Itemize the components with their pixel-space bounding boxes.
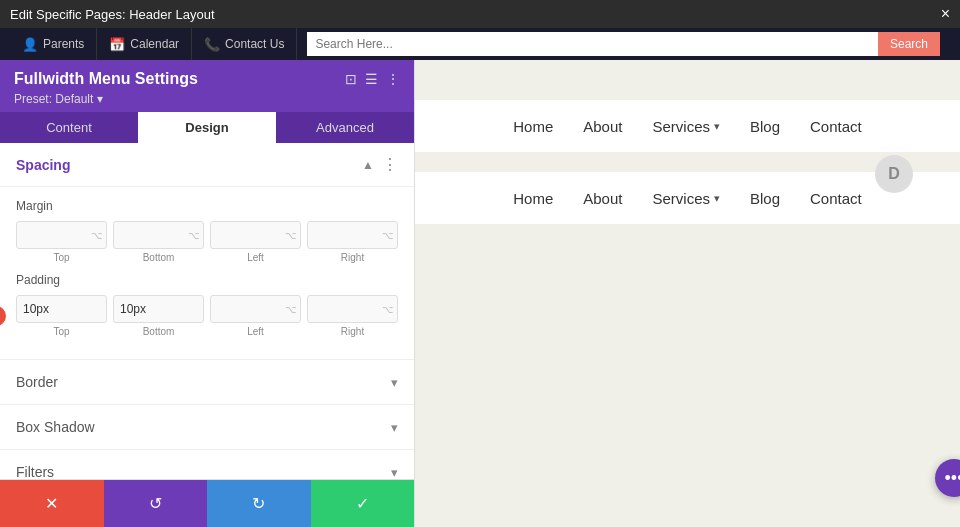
nav-about-2[interactable]: About <box>583 190 622 207</box>
nav-contact-2-label: Contact <box>810 190 862 207</box>
nav-blog-2-label: Blog <box>750 190 780 207</box>
tab-advanced[interactable]: Advanced <box>276 112 414 143</box>
panel-header-icons: ⊡ ☰ ⋮ <box>345 71 400 87</box>
search-bar-area: Search <box>297 32 950 56</box>
padding-left-link-icon: ⌥ <box>285 304 297 315</box>
filters-section-title: Filters <box>16 464 54 479</box>
admin-bar-contact-us[interactable]: 📞 Contact Us <box>192 28 297 60</box>
cancel-button[interactable]: ✕ <box>0 480 104 527</box>
margin-top-label: Top <box>53 252 69 263</box>
nav-services-2[interactable]: Services ▾ <box>652 190 720 207</box>
margin-top-link-icon: ⌥ <box>91 230 103 241</box>
logo-circle: D <box>875 155 913 193</box>
nav-services-1-label: Services <box>652 118 710 135</box>
padding-bottom-cell: Bottom <box>113 295 204 337</box>
border-section-header[interactable]: Border ▾ <box>0 360 414 404</box>
margin-left-cell: ⌥ Left <box>210 221 301 263</box>
nav-services-1[interactable]: Services ▾ <box>652 118 720 135</box>
padding-label: Padding <box>16 273 398 287</box>
margin-row: ⌥ Top ⌥ Bottom <box>16 221 398 263</box>
nav-blog-1[interactable]: Blog <box>750 118 780 135</box>
admin-bar: 👤 Parents 📅 Calendar 📞 Contact Us Search <box>0 28 960 60</box>
settings-icon[interactable]: ☰ <box>365 71 378 87</box>
phone-icon: 📞 <box>204 37 220 52</box>
redo-button[interactable]: ↻ <box>207 480 311 527</box>
nav-preview-top: Home About Services ▾ Blog Contact <box>415 100 960 152</box>
padding-top-cell: Top <box>16 295 107 337</box>
main-area: Fullwidth Menu Settings ⊡ ☰ ⋮ Preset: De… <box>0 60 960 527</box>
padding-left-cell: ⌥ Left <box>210 295 301 337</box>
nav-blog-2[interactable]: Blog <box>750 190 780 207</box>
nav-about-2-label: About <box>583 190 622 207</box>
panel-header-top: Fullwidth Menu Settings ⊡ ☰ ⋮ <box>14 70 400 88</box>
nav-services-2-label: Services <box>652 190 710 207</box>
calendar-icon: 📅 <box>109 37 125 52</box>
padding-top-input[interactable] <box>16 295 107 323</box>
box-shadow-section-title: Box Shadow <box>16 419 95 435</box>
tab-content[interactable]: Content <box>0 112 138 143</box>
spacing-more-icon[interactable]: ⋮ <box>382 155 398 174</box>
search-button[interactable]: Search <box>878 32 940 56</box>
margin-right-label: Right <box>341 252 364 263</box>
responsive-icon[interactable]: ⊡ <box>345 71 357 87</box>
margin-label: Margin <box>16 199 398 213</box>
top-bar: Edit Specific Pages: Header Layout × <box>0 0 960 28</box>
search-input[interactable] <box>307 32 878 56</box>
border-collapse-icon: ▾ <box>391 375 398 390</box>
nav-about-1-label: About <box>583 118 622 135</box>
spacing-section-title: Spacing <box>16 157 70 173</box>
preview-area: D Home About Services ▾ Blog Contact <box>415 60 960 527</box>
margin-left-link-icon: ⌥ <box>285 230 297 241</box>
admin-bar-calendar-label: Calendar <box>130 37 179 51</box>
padding-bottom-input[interactable] <box>113 295 204 323</box>
filters-collapse-icon: ▾ <box>391 465 398 480</box>
nav-about-1[interactable]: About <box>583 118 622 135</box>
spacing-collapse-icon[interactable]: ▲ <box>362 158 374 172</box>
panel-preset[interactable]: Preset: Default ▾ <box>14 92 400 106</box>
settings-panel: Fullwidth Menu Settings ⊡ ☰ ⋮ Preset: De… <box>0 60 415 527</box>
top-bar-title: Edit Specific Pages: Header Layout <box>10 7 215 22</box>
nav-contact-1[interactable]: Contact <box>810 118 862 135</box>
panel-tabs: Content Design Advanced <box>0 112 414 143</box>
nav-home-2[interactable]: Home <box>513 190 553 207</box>
undo-button[interactable]: ↺ <box>104 480 208 527</box>
padding-bottom-label: Bottom <box>143 326 175 337</box>
margin-bottom-link-icon: ⌥ <box>188 230 200 241</box>
margin-top-cell: ⌥ Top <box>16 221 107 263</box>
panel-footer: ✕ ↺ ↻ ✓ <box>0 479 414 527</box>
services-dropdown-icon-1: ▾ <box>714 120 720 133</box>
padding-left-label: Left <box>247 326 264 337</box>
admin-bar-parents-label: Parents <box>43 37 84 51</box>
border-section-title: Border <box>16 374 58 390</box>
spacing-section: Spacing ▲ ⋮ Margin ⌥ <box>0 143 414 360</box>
nav-contact-1-label: Contact <box>810 118 862 135</box>
filters-section: Filters ▾ <box>0 450 414 479</box>
spacing-section-header[interactable]: Spacing ▲ ⋮ <box>0 143 414 187</box>
panel-body: Spacing ▲ ⋮ Margin ⌥ <box>0 143 414 479</box>
filters-section-header[interactable]: Filters ▾ <box>0 450 414 479</box>
spacing-section-content: Margin ⌥ Top ⌥ <box>0 187 414 359</box>
padding-right-cell: ⌥ Right <box>307 295 398 337</box>
padding-right-label: Right <box>341 326 364 337</box>
nav-home-1-label: Home <box>513 118 553 135</box>
margin-left-label: Left <box>247 252 264 263</box>
nav-home-2-label: Home <box>513 190 553 207</box>
nav-contact-2[interactable]: Contact <box>810 190 862 207</box>
nav-blog-1-label: Blog <box>750 118 780 135</box>
box-shadow-section: Box Shadow ▾ <box>0 405 414 450</box>
panel-title: Fullwidth Menu Settings <box>14 70 198 88</box>
confirm-button[interactable]: ✓ <box>311 480 415 527</box>
top-bar-close-button[interactable]: × <box>941 6 950 22</box>
more-options-icon[interactable]: ⋮ <box>386 71 400 87</box>
box-shadow-section-header[interactable]: Box Shadow ▾ <box>0 405 414 449</box>
margin-bottom-cell: ⌥ Bottom <box>113 221 204 263</box>
box-shadow-collapse-icon: ▾ <box>391 420 398 435</box>
panel-header: Fullwidth Menu Settings ⊡ ☰ ⋮ Preset: De… <box>0 60 414 112</box>
padding-row: Top Bottom ⌥ <box>16 295 398 337</box>
admin-bar-calendar[interactable]: 📅 Calendar <box>97 28 192 60</box>
admin-bar-parents[interactable]: 👤 Parents <box>10 28 97 60</box>
margin-bottom-label: Bottom <box>143 252 175 263</box>
tab-design[interactable]: Design <box>138 112 276 143</box>
floating-dots-button[interactable]: ••• <box>935 459 960 497</box>
nav-home-1[interactable]: Home <box>513 118 553 135</box>
